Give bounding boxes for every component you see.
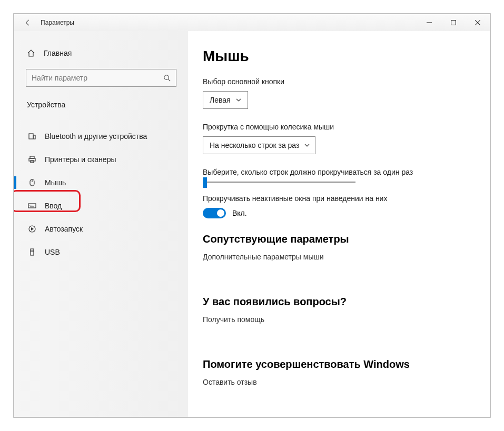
sidebar-item-printers[interactable]: Принтеры и сканеры — [14, 148, 188, 171]
sidebar-item-typing[interactable]: Ввод — [14, 194, 188, 217]
sidebar-item-label: Принтеры и сканеры — [45, 155, 116, 164]
sidebar-item-label: Ввод — [45, 202, 62, 210]
close-icon — [475, 20, 480, 25]
chevron-down-icon — [304, 143, 310, 148]
svg-rect-11 — [31, 251, 34, 255]
primary-button-value: Левая — [210, 96, 231, 104]
improve-heading: Помогите усовершенствовать Windows — [203, 358, 490, 370]
svg-point-1 — [164, 75, 169, 80]
maximize-button[interactable] — [441, 14, 466, 31]
close-button[interactable] — [466, 14, 490, 31]
sidebar-item-bluetooth[interactable]: Bluetooth и другие устройства — [14, 125, 188, 148]
svg-rect-2 — [29, 134, 33, 139]
search-icon — [163, 74, 171, 82]
slider-thumb[interactable] — [203, 177, 207, 188]
home-link[interactable]: Главная — [14, 46, 188, 61]
svg-rect-4 — [30, 156, 34, 158]
lines-slider[interactable] — [203, 182, 355, 183]
content-area: Мышь Выбор основной кнопки Левая Прокрут… — [188, 31, 490, 417]
scroll-value: На несколько строк за раз — [210, 141, 299, 149]
back-button[interactable] — [19, 14, 36, 31]
chevron-down-icon — [236, 97, 241, 103]
minimize-icon — [427, 20, 432, 25]
additional-mouse-options-link[interactable]: Дополнительные параметры мыши — [203, 253, 490, 261]
inactive-windows-label: Прокручивать неактивные окна при наведен… — [203, 194, 490, 203]
get-help-link[interactable]: Получить помощь — [203, 315, 490, 324]
questions-heading: У вас появились вопросы? — [203, 296, 490, 308]
mouse-icon — [28, 178, 36, 187]
window-title: Параметры — [41, 19, 74, 26]
sidebar-item-label: Автозапуск — [45, 225, 83, 233]
scroll-select[interactable]: На несколько строк за раз — [203, 136, 315, 154]
sidebar-section-label: Устройства — [14, 97, 188, 116]
maximize-icon — [451, 20, 456, 25]
minimize-button[interactable] — [417, 14, 441, 31]
svg-rect-8 — [28, 204, 36, 208]
sidebar-item-mouse[interactable]: Мышь — [14, 171, 188, 194]
svg-rect-3 — [34, 135, 35, 139]
lines-label: Выберите, сколько строк должно прокручив… — [203, 168, 490, 176]
home-icon — [27, 49, 35, 57]
search-input[interactable] — [32, 74, 163, 82]
sidebar-item-label: USB — [45, 248, 60, 256]
scroll-label: Прокрутка с помощью колесика мыши — [203, 123, 490, 131]
titlebar: Параметры — [14, 14, 490, 31]
svg-rect-10 — [31, 249, 34, 251]
sidebar-nav: Bluetooth и другие устройства Принтеры и… — [14, 116, 188, 264]
toggle-knob — [217, 209, 224, 217]
home-label: Главная — [44, 49, 72, 57]
sidebar-item-usb[interactable]: USB — [14, 240, 188, 264]
toggle-state-label: Вкл. — [232, 209, 247, 217]
sidebar-item-autoplay[interactable]: Автозапуск — [14, 217, 188, 240]
arrow-left-icon — [24, 19, 32, 26]
printer-icon — [28, 155, 36, 164]
search-box[interactable] — [26, 69, 176, 87]
sidebar-item-label: Мышь — [45, 178, 66, 187]
primary-button-select[interactable]: Левая — [203, 91, 248, 109]
page-title: Мышь — [203, 48, 490, 65]
devices-icon — [28, 132, 36, 141]
primary-button-label: Выбор основной кнопки — [203, 77, 490, 86]
sidebar: Главная Устройства Bluetooth и другие ус… — [14, 31, 188, 417]
autoplay-icon — [28, 225, 36, 233]
window-controls — [417, 14, 490, 31]
sidebar-item-label: Bluetooth и другие устройства — [45, 132, 147, 141]
keyboard-icon — [28, 202, 36, 210]
settings-window: Параметры Главная Устройства Bluetooth и… — [14, 14, 490, 417]
inactive-windows-toggle[interactable] — [203, 208, 226, 218]
feedback-link[interactable]: Оставить отзыв — [203, 378, 490, 386]
related-heading: Сопутствующие параметры — [203, 233, 490, 245]
usb-icon — [28, 248, 36, 256]
svg-rect-0 — [451, 21, 456, 25]
